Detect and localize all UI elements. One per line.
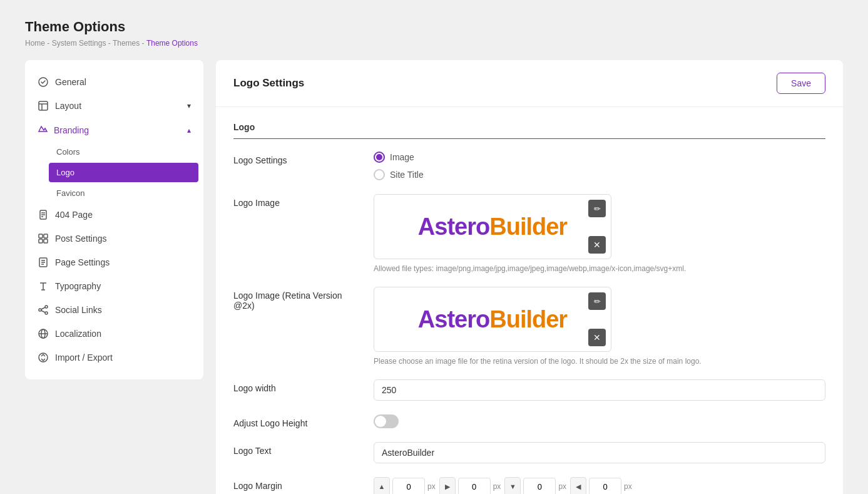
svg-rect-8 [39,234,43,238]
radio-group-logo: Image Site Title [374,152,825,180]
logo-retina-text-part2: Builder [489,306,567,332]
sidebar-item-general[interactable]: General [25,70,203,94]
margin-right-input[interactable] [458,478,491,495]
layout-chevron-icon: ▾ [187,101,191,110]
radio-label-site-title: Site Title [390,170,424,180]
logo-retina-text-preview: AsteroBuilder [418,306,567,333]
logo-text-part1: Astero [418,214,489,240]
label-logo-retina: Logo Image (Retina Version @2x) [233,287,359,311]
breadcrumb-themes[interactable]: Themes [113,39,140,48]
logo-retina-control: ✏ AsteroBuilder ✕ Please choose an image… [374,287,825,366]
logo-text-part2: Builder [489,214,567,240]
file-icon [38,209,49,220]
form-row-adjust-height: Adjust Logo Height [233,414,825,428]
form-row-logo-settings: Logo Settings Image Site Title [233,152,825,180]
sidebar-item-typography[interactable]: Typography [25,274,203,298]
radio-site-title[interactable]: Site Title [374,169,825,180]
logo-retina-edit-button[interactable]: ✏ [588,292,606,310]
logo-remove-button[interactable]: ✕ [588,236,606,254]
sidebar-label-post-settings: Post Settings [55,234,107,244]
label-logo-settings: Logo Settings [233,152,359,165]
main-layout: General Layout ▾ [25,60,843,494]
svg-rect-1 [39,101,48,110]
grid-icon [38,233,49,244]
sidebar-item-post-settings[interactable]: Post Settings [25,227,203,250]
sidebar-item-favicon[interactable]: Favicon [44,183,203,203]
breadcrumb-home[interactable]: Home [25,39,45,48]
sidebar-label-page-settings: Page Settings [55,257,110,267]
margin-top-unit: px [427,482,436,491]
logo-edit-button[interactable]: ✏ [588,200,606,217]
sidebar-label-colors: Colors [56,147,80,157]
sidebar-label-layout: Layout [55,101,81,111]
svg-rect-10 [39,239,43,243]
svg-line-22 [41,307,45,309]
margin-top-input[interactable] [392,478,425,495]
margin-left-input[interactable] [589,478,621,495]
margin-bottom-arrow[interactable]: ▼ [504,477,521,494]
margin-right-arrow[interactable]: ▶ [439,477,456,494]
logo-retina-remove-button[interactable]: ✕ [588,329,606,346]
label-logo-text: Logo Text [233,442,359,456]
sidebar-label-branding: Branding [54,125,89,135]
radio-circle-image [374,152,385,163]
sidebar-item-logo[interactable]: Logo [49,163,198,182]
sidebar-item-import-export[interactable]: Import / Export [25,346,203,369]
content-area: Logo Settings Save Logo Logo Settings Im… [216,60,843,494]
form-row-logo-margin: Logo Margin ▲ px ▶ [233,477,825,494]
sidebar-item-colors[interactable]: Colors [44,142,203,162]
page-title: Theme Options [25,19,843,35]
content-body: Logo Logo Settings Image Site Title [216,107,843,494]
breadcrumb-system-settings[interactable]: System Settings [52,39,106,48]
svg-point-19 [45,306,48,308]
content-title: Logo Settings [233,77,304,90]
svg-line-23 [41,311,45,312]
page-wrapper: Theme Options Home - System Settings - T… [0,0,868,494]
globe-icon [38,328,49,339]
form-row-logo-text: Logo Text [233,442,825,463]
margin-right-unit: px [493,482,501,491]
radio-circle-site-title [374,169,385,180]
sidebar-item-localization[interactable]: Localization [25,322,203,346]
sidebar-item-page-settings[interactable]: Page Settings [25,250,203,274]
branding-chevron-icon: ▴ [187,126,191,135]
svg-point-21 [45,312,48,314]
margin-bottom-input[interactable] [523,478,556,495]
sidebar-label-logo: Logo [56,168,74,177]
sidebar-item-social-links[interactable]: Social Links [25,298,203,322]
sidebar-item-layout[interactable]: Layout ▾ [25,94,203,118]
save-button[interactable]: Save [777,73,825,94]
logo-width-input[interactable] [374,379,825,401]
svg-point-20 [39,309,41,311]
logo-image-box: ✏ AsteroBuilder ✕ [374,194,611,259]
sidebar-submenu-branding: Colors Logo Favicon [25,142,203,203]
logo-preview: AsteroBuilder [384,205,601,249]
margin-top-arrow[interactable]: ▲ [374,477,390,494]
logo-retina-text-part1: Astero [418,306,489,332]
label-logo-margin: Logo Margin [233,477,359,491]
label-logo-width: Logo width [233,379,359,393]
type-icon [38,280,49,292]
allowed-types-text: Allowed file types: image/png,image/jpg,… [374,264,825,273]
doc-icon [38,257,49,268]
content-header: Logo Settings Save [216,60,843,107]
margin-left-arrow[interactable]: ◀ [570,477,586,494]
margin-field-bottom: ▼ px [504,477,566,494]
margin-field-left: ◀ px [570,477,632,494]
sidebar-item-404page[interactable]: 404 Page [25,203,203,227]
logo-retina-preview: AsteroBuilder [384,297,601,341]
logo-margin-control: ▲ px ▶ px ▼ [374,477,825,494]
logo-retina-box: ✏ AsteroBuilder ✕ [374,287,611,352]
logo-text-control [374,442,825,463]
form-row-logo-width: Logo width [233,379,825,401]
sidebar: General Layout ▾ [25,60,203,379]
arrows-icon [38,352,49,363]
layout-icon [38,100,49,111]
adjust-height-toggle[interactable] [374,414,399,428]
radio-image[interactable]: Image [374,152,825,163]
svg-rect-11 [44,239,48,243]
logo-text-input[interactable] [374,442,825,463]
retina-note-text: Please choose an image file for the reti… [374,357,825,366]
breadcrumb-current: Theme Options [146,39,198,48]
sidebar-item-branding[interactable]: Branding ▴ [25,118,203,142]
